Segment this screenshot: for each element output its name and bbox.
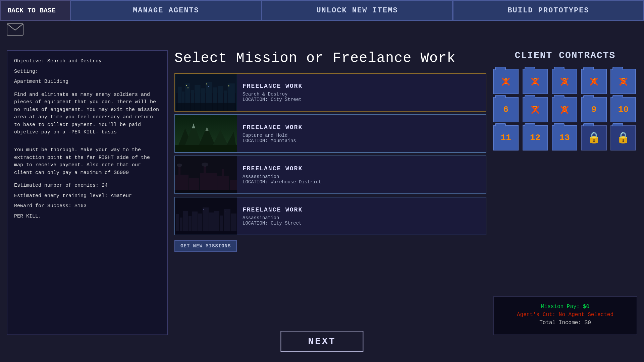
mission-desc-2: Capture and Hold — [243, 133, 303, 138]
contract-folder-7[interactable]: 7✕ — [523, 97, 548, 122]
contract-number: 3 — [562, 76, 567, 86]
mission-thumb-2 — [175, 115, 237, 152]
mission-card-4[interactable]: FREELANCE WORK Assassination LOCATION: C… — [174, 197, 486, 235]
mission-info-3: FREELANCE WORK Assassination LOCATION: W… — [237, 156, 327, 193]
svg-rect-14 — [186, 85, 187, 86]
contract-number: 11 — [500, 133, 511, 143]
svg-rect-55 — [203, 209, 204, 210]
mission-list: FREELANCE WORK Search & Destroy LOCATION… — [174, 73, 486, 235]
stat-enemies: Estimated number of enemies: 24 — [14, 182, 160, 190]
objective-line3: Apartment Building — [14, 78, 160, 86]
objective-line2: Setting: — [14, 68, 160, 76]
contract-folder-1[interactable]: 1✕ — [493, 69, 519, 94]
svg-rect-35 — [178, 166, 180, 175]
contract-number: 8 — [562, 105, 567, 115]
contract-number: 1 — [503, 76, 508, 86]
contract-folder-11[interactable]: 11 — [493, 125, 519, 150]
contract-folder-6[interactable]: 6 — [493, 97, 519, 122]
agent-cut: Agent's Cut: No Agent Selected — [500, 312, 630, 318]
objective-line1: Objective: Search and Destroy — [14, 58, 160, 65]
stat-per-kill: PER KILL. — [14, 213, 160, 221]
next-button-wrap: NEXT — [280, 331, 363, 352]
center-panel: Select Mission or Freelance Work — [174, 50, 486, 335]
build-prototypes-button[interactable]: BUILD PROTOTYPES — [453, 0, 644, 21]
main-content: Objective: Search and Destroy Setting: A… — [7, 50, 637, 335]
back-to-base-button[interactable]: Back to Base — [0, 0, 70, 21]
mission-location-2: LOCATION: Mountains — [243, 138, 303, 143]
contract-folder-3[interactable]: 3✕ — [552, 69, 577, 94]
mission-pay: Mission Pay: $0 — [500, 304, 630, 310]
mail-icon-wrap[interactable] — [7, 23, 23, 37]
contract-number: 10 — [618, 105, 629, 115]
svg-rect-54 — [175, 231, 237, 235]
contract-number: 4 — [591, 76, 597, 86]
svg-rect-56 — [225, 212, 225, 212]
svg-rect-40 — [175, 190, 237, 193]
top-nav: Back to Base MANAGE AGENTS UNLOCK NEW IT… — [0, 0, 644, 21]
mission-info-4: FREELANCE WORK Assassination LOCATION: C… — [237, 197, 308, 235]
contracts-title: CLIENT CONTRACTS — [493, 50, 637, 61]
page-title: Select Mission or Freelance Work — [174, 50, 486, 66]
contract-folder-5[interactable]: 5✕ — [610, 69, 636, 94]
contract-number: 6 — [503, 105, 508, 115]
right-panel: CLIENT CONTRACTS 1✕2✕3✕4✕5✕67✕8✕91011121… — [493, 50, 637, 335]
svg-rect-15 — [187, 87, 189, 88]
next-button[interactable]: NEXT — [280, 331, 363, 352]
lock-icon: 🔒 — [616, 131, 630, 144]
svg-rect-36 — [204, 166, 206, 173]
contract-folder-4[interactable]: 4✕ — [581, 69, 607, 94]
mission-thumb-4 — [175, 197, 237, 235]
mission-location-1: LOCATION: City Street — [243, 97, 303, 102]
mission-desc-4: Assassination — [243, 215, 303, 221]
contract-number: 5 — [621, 76, 626, 86]
mission-type-1: FREELANCE WORK — [243, 83, 303, 89]
svg-rect-37 — [222, 169, 224, 176]
income-panel: Mission Pay: $0 Agent's Cut: No Agent Se… — [493, 296, 637, 335]
svg-point-38 — [177, 164, 182, 167]
unlock-items-button[interactable]: UNLOCK NEW ITEMS — [262, 0, 453, 21]
svg-point-39 — [202, 163, 208, 167]
mission-body1: Find and eliminate as many enemy soldier… — [14, 91, 160, 136]
get-new-missions-button[interactable]: GET NEW MISSIONS — [174, 240, 237, 252]
mission-location-3: LOCATION: Warehouse District — [243, 179, 321, 185]
mission-card-3[interactable]: FREELANCE WORK Assassination LOCATION: W… — [174, 156, 486, 194]
lock-icon: 🔒 — [587, 131, 601, 144]
manage-agents-button[interactable]: MANAGE AGENTS — [70, 0, 262, 21]
mission-type-3: FREELANCE WORK — [243, 165, 321, 172]
svg-rect-28 — [175, 145, 237, 152]
contract-folder-14[interactable]: 🔒 — [581, 125, 607, 150]
contract-folder-12[interactable]: 12 — [523, 125, 548, 150]
mission-card-1[interactable]: FREELANCE WORK Search & Destroy LOCATION… — [174, 73, 486, 112]
svg-rect-18 — [228, 85, 229, 86]
contract-folder-10[interactable]: 10 — [610, 97, 636, 122]
total-income: Total Income: $0 — [500, 320, 630, 326]
svg-rect-52 — [224, 209, 230, 235]
svg-rect-17 — [208, 86, 209, 87]
contract-number: 7 — [533, 105, 538, 115]
contract-number: 12 — [530, 133, 540, 143]
contract-folder-15[interactable]: 🔒 — [610, 125, 636, 150]
svg-rect-19 — [176, 103, 236, 111]
objective-section: Objective: Search and Destroy Setting: A… — [14, 58, 160, 86]
mail-icon — [7, 23, 23, 36]
contract-folder-8[interactable]: 8✕ — [552, 97, 577, 122]
mission-location-4: LOCATION: City Street — [243, 221, 303, 226]
contract-number: 2 — [533, 76, 538, 86]
contract-number: 13 — [559, 133, 570, 143]
mission-thumb-1 — [175, 74, 237, 111]
svg-rect-16 — [206, 83, 207, 84]
mission-card-2[interactable]: FREELANCE WORK Capture and Hold LOCATION… — [174, 114, 486, 153]
contract-folder-9[interactable]: 9 — [581, 97, 607, 122]
mission-thumb-3 — [175, 156, 237, 193]
svg-rect-48 — [203, 207, 209, 235]
stat-reward: Reward for Success: $163 — [14, 202, 160, 210]
contract-folder-2[interactable]: 2✕ — [523, 69, 548, 94]
contract-number: 9 — [591, 105, 597, 115]
contract-folder-13[interactable]: 13 — [552, 125, 577, 150]
mission-body2: You must be thorough. Make your way to t… — [14, 146, 160, 177]
mission-desc-1: Search & Destroy — [243, 92, 303, 97]
mission-desc-3: Assassination — [243, 174, 321, 179]
mission-info-1: FREELANCE WORK Search & Destroy LOCATION… — [237, 74, 308, 111]
left-panel: Objective: Search and Destroy Setting: A… — [7, 50, 168, 335]
stat-training: Estimated enemy training level: Amateur — [14, 192, 160, 200]
